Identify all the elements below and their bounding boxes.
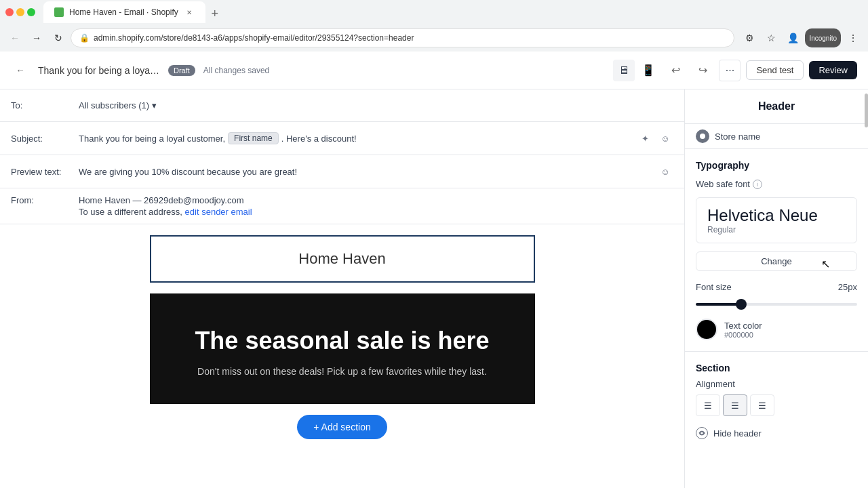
mobile-view-btn[interactable]: 📱 [637, 60, 659, 81]
slider-container [696, 298, 857, 308]
alignment-buttons: ☰ ☰ ☰ [696, 394, 857, 416]
review-btn[interactable]: Review [809, 61, 857, 79]
menu-btn[interactable]: ⋮ [844, 28, 863, 47]
new-tab-btn[interactable]: + [205, 4, 224, 23]
font-name: Helvetica Neue [707, 206, 846, 225]
from-value: Home Haven — 26929deb@moodjoy.com [79, 195, 673, 205]
reload-nav-btn[interactable]: ↻ [49, 28, 68, 47]
subject-field-actions: ✦ ☺ [637, 130, 673, 146]
subject-suffix: . Here's a discount! [281, 134, 357, 144]
email-title: Thank you for being a loyal custome... [38, 65, 160, 76]
preview-value: We are giving you 10% discount because y… [79, 167, 652, 177]
address-bar[interactable]: 🔒 admin.shopify.com/store/de8143-a6/apps… [71, 28, 734, 47]
align-right-btn[interactable]: ☰ [750, 394, 774, 416]
email-store-name: Home Haven [165, 250, 520, 268]
lock-icon: 🔒 [79, 33, 90, 43]
forward-nav-btn[interactable]: → [27, 28, 46, 47]
font-size-label: Font size [696, 282, 732, 292]
store-name-label: Store name [715, 131, 760, 142]
change-font-btn[interactable]: Change [696, 251, 857, 271]
font-size-value: 25px [838, 282, 857, 292]
email-preview: Home Haven The seasonal sale is here Don… [0, 224, 684, 404]
add-section-area: + Add section [0, 404, 684, 450]
to-value: All subscribers (1) ▾ [79, 100, 673, 110]
editor-area: To: All subscribers (1) ▾ Subject: Thank… [0, 89, 685, 488]
from-label: From: [11, 195, 79, 205]
incognito-label: Incognito [809, 35, 837, 42]
text-color-hex: #000000 [724, 331, 762, 339]
subject-emoji-btn[interactable]: ☺ [657, 130, 673, 146]
undo-btn[interactable]: ↩ [665, 60, 686, 81]
subject-personalize-btn[interactable]: ✦ [637, 130, 653, 146]
typography-title: Typography [696, 160, 857, 171]
maximize-window-btn[interactable] [27, 8, 35, 16]
preview-emoji-btn[interactable]: ☺ [657, 163, 673, 180]
device-icons: 🖥 📱 [613, 60, 659, 81]
bookmark-btn[interactable]: ☆ [762, 28, 781, 47]
to-label: To: [11, 100, 79, 110]
preview-label: Preview text: [11, 167, 79, 177]
preview-text-field: Preview text: We are giving you 10% disc… [0, 155, 684, 188]
info-icon[interactable]: i [753, 180, 762, 189]
store-name-row[interactable]: Store name [685, 124, 868, 148]
subject-field: Subject: Thank you for being a loyal cus… [0, 122, 684, 155]
tab-bar: Home Haven - Email · Shopify ✕ + [43, 1, 863, 23]
active-tab[interactable]: Home Haven - Email · Shopify ✕ [43, 1, 205, 23]
edit-sender-link[interactable]: edit sender email [185, 207, 252, 217]
section-panel: Section Alignment ☰ ☰ ☰ Hide header [685, 352, 868, 450]
app-content: ← Thank you for being a loyal custome...… [0, 52, 868, 488]
close-window-btn[interactable] [5, 8, 14, 16]
chevron-down-icon: ▾ [152, 100, 157, 110]
more-options-btn[interactable]: ··· [719, 60, 741, 81]
address-text: admin.shopify.com/store/de8143-a6/apps/s… [94, 33, 726, 43]
right-panel: Header Store name Typography Web safe fo… [685, 89, 868, 488]
window-controls [5, 8, 35, 16]
font-size-section: Font size 25px [696, 282, 857, 308]
panel-header: Header [685, 89, 868, 124]
hero-subtitle: Don't miss out on these deals! Pick up a… [172, 366, 513, 377]
send-test-btn[interactable]: Send test [746, 60, 804, 80]
desktop-view-btn[interactable]: 🖥 [613, 60, 635, 81]
hide-header-row: Hide header [696, 427, 857, 439]
panel-title: Header [696, 100, 857, 113]
draft-badge: Draft [168, 65, 195, 76]
web-safe-row: Web safe font i [696, 179, 857, 189]
main-layout: To: All subscribers (1) ▾ Subject: Thank… [0, 89, 868, 488]
title-bar: Home Haven - Email · Shopify ✕ + [0, 0, 868, 24]
extension-btn[interactable]: ⚙ [740, 28, 759, 47]
redo-btn[interactable]: ↪ [692, 60, 713, 81]
add-section-btn[interactable]: + Add section [297, 415, 387, 439]
back-btn[interactable]: ← [11, 61, 30, 80]
subscribers-selector[interactable]: All subscribers (1) ▾ [79, 100, 157, 110]
align-left-btn[interactable]: ☰ [696, 394, 720, 416]
incognito-badge: Incognito [805, 28, 841, 47]
profile-btn[interactable]: 👤 [783, 28, 802, 47]
minimize-window-btn[interactable] [16, 8, 24, 16]
header-actions: 🖥 📱 ↩ ↪ ··· Send test Review [613, 60, 857, 81]
font-size-slider[interactable] [696, 303, 857, 306]
scrollbar-track[interactable] [864, 89, 868, 488]
email-hero[interactable]: The seasonal sale is here Don't miss out… [150, 293, 535, 404]
email-wrapper: Home Haven The seasonal sale is here Don… [139, 235, 546, 404]
web-safe-label: Web safe font [696, 179, 750, 189]
subject-label: Subject: [11, 134, 79, 144]
section-title: Section [696, 363, 857, 373]
text-color-row: Text color #000000 [696, 319, 857, 340]
alignment-label: Alignment [696, 379, 857, 389]
tab-close-btn[interactable]: ✕ [184, 7, 195, 18]
from-field: From: Home Haven — 26929deb@moodjoy.com … [0, 188, 684, 224]
font-style: Regular [707, 225, 846, 235]
tab-title: Home Haven - Email · Shopify [69, 7, 178, 17]
typography-section: Typography Web safe font i Helvetica Neu… [685, 149, 868, 351]
first-name-tag[interactable]: First name [228, 132, 279, 144]
email-header-section[interactable]: Home Haven [150, 235, 535, 283]
to-field: To: All subscribers (1) ▾ [0, 89, 684, 122]
saved-status: All changes saved [203, 66, 269, 75]
preview-field-actions: ☺ [657, 163, 673, 180]
text-color-label: Text color [724, 321, 762, 331]
nav-actions: ⚙ ☆ 👤 Incognito ⋮ [740, 28, 863, 47]
text-color-swatch[interactable] [696, 319, 717, 340]
back-nav-btn[interactable]: ← [5, 28, 24, 47]
store-icon [696, 129, 709, 143]
align-center-btn[interactable]: ☰ [723, 394, 747, 416]
